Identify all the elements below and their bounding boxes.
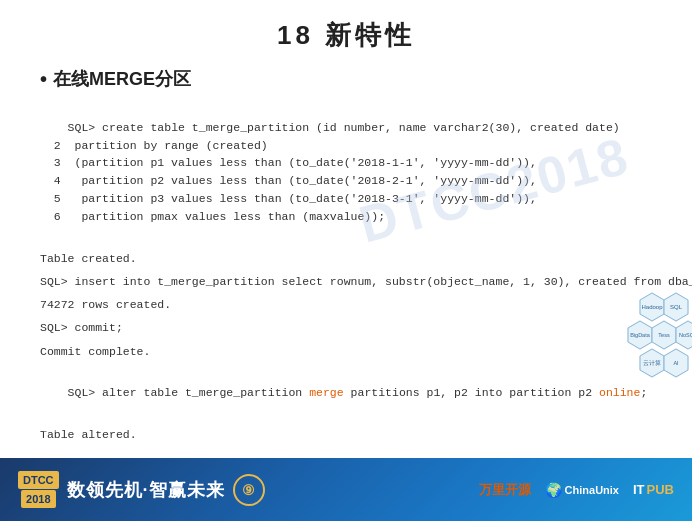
code-block-4: SQL> alter table t_merge_partition merge… [40,366,652,419]
code-online-keyword: online [599,386,640,399]
footer-icon-char: ⑨ [242,482,255,498]
svg-text:Tess: Tess [658,332,670,338]
svg-marker-1 [664,293,688,321]
footer-icon: ⑨ [233,474,265,506]
footer-left: DTCC 2018 数领先机·智赢未来 ⑨ [18,471,265,509]
footer-logo-3: IT [633,482,645,497]
code-line-1: SQL> create table t_merge_partition (id … [68,121,620,134]
result-1: Table created. [40,252,652,265]
section-heading: • 在线MERGE分区 [40,67,652,91]
main-content: DTCC2018 18 新特性 • 在线MERGE分区 SQL> create … [0,0,692,458]
svg-text:AI: AI [673,360,679,366]
section-title: 在线MERGE分区 [53,67,191,91]
code-block-1: SQL> create table t_merge_partition (id … [40,101,652,244]
page-title: 18 新特性 [40,18,652,53]
code-line-6: 6 partition pmax values less than (maxva… [40,210,385,223]
svg-marker-4 [676,321,692,349]
svg-text:SQL: SQL [670,304,683,310]
footer-logo-3-container: IT PUB [633,482,674,497]
code-line-5: 5 partition p3 values less than (to_date… [40,192,537,205]
code-line-3: 3 (partition p1 values less than (to_dat… [40,156,537,169]
bullet-icon: • [40,68,47,91]
code-merge-keyword: merge [309,386,344,399]
svg-marker-10 [652,321,676,349]
footer-right: 万里开源 🌍 ChinaUnix IT PUB [479,481,674,499]
dtcc-badge: DTCC [18,471,59,489]
dtcc-year: 2018 [21,490,55,508]
svg-marker-13 [664,349,688,377]
code-block-4-suffix: ; [640,386,647,399]
svg-marker-6 [664,349,688,377]
footer-pub: PUB [647,482,674,497]
footer: DTCC 2018 数领先机·智赢未来 ⑨ 万里开源 🌍 ChinaUnix I… [0,458,692,521]
code-block-4-middle: partitions p1, p2 into partition p2 [344,386,599,399]
svg-marker-3 [652,321,676,349]
code-block-2: SQL> insert into t_merge_partition selec… [40,273,652,291]
footer-logo-2-container: 🌍 ChinaUnix [545,482,619,498]
footer-logo-2: ChinaUnix [565,484,619,496]
svg-marker-8 [664,293,688,321]
footer-slogan: 数领先机·智赢未来 [67,478,225,502]
code-block-3: SQL> commit; [40,319,652,337]
code-line-4: 4 partition p2 values less than (to_date… [40,174,537,187]
result-3: Commit complete. [40,345,652,358]
footer-logo-1: 万里开源 [479,481,531,499]
code-block-4-prefix: SQL> alter table t_merge_partition [68,386,310,399]
result-2: 74272 rows created. [40,298,652,311]
svg-marker-11 [676,321,692,349]
svg-text:云计算: 云计算 [643,360,661,366]
code-line-2: 2 partition by range (created) [40,139,268,152]
svg-text:NoSQL: NoSQL [679,332,692,338]
result-4: Table altered. [40,428,652,441]
